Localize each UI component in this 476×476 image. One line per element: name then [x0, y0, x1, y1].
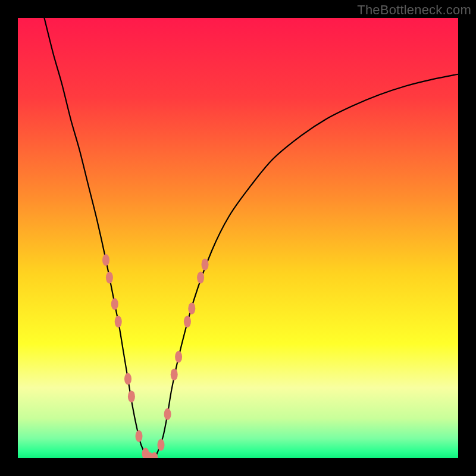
- curve-marker: [184, 316, 191, 328]
- curve-marker: [102, 254, 109, 266]
- curve-marker: [202, 258, 209, 270]
- curve-marker: [136, 430, 143, 442]
- curve-marker: [164, 408, 171, 420]
- watermark-text: TheBottleneck.com: [357, 2, 471, 18]
- curve-marker: [111, 298, 118, 310]
- curve-marker: [158, 439, 165, 451]
- chart-frame: TheBottleneck.com: [0, 0, 476, 476]
- curve-marker: [197, 272, 204, 284]
- curve-marker: [171, 368, 178, 380]
- curve-marker: [106, 272, 113, 284]
- plot-area: [18, 18, 458, 458]
- curve-marker: [124, 373, 131, 385]
- chart-svg: [18, 18, 458, 458]
- curve-marker: [128, 390, 135, 402]
- curve-marker: [115, 316, 122, 328]
- gradient-background: [18, 18, 458, 458]
- curve-marker: [188, 302, 195, 314]
- curve-marker: [175, 351, 182, 363]
